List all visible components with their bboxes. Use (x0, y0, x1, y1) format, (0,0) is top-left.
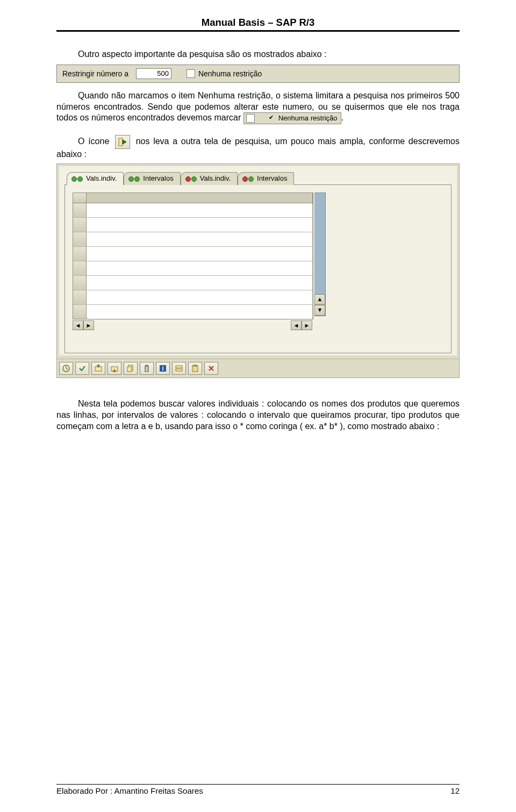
paragraph-explain-2: Nesta tela podemos buscar valores indivi… (56, 398, 460, 432)
grid-row-selector[interactable] (73, 276, 87, 290)
footer-rule (56, 784, 460, 785)
tabstrip: Vals.indiv. Intervalos Vals.indiv. Inter… (67, 172, 452, 185)
tab-vals-indiv-include[interactable]: Vals.indiv. (67, 172, 124, 185)
scroll-up-icon[interactable]: ▲ (314, 294, 325, 305)
svg-rect-10 (176, 369, 182, 371)
svg-rect-0 (119, 138, 123, 146)
no-restriction-checkbox[interactable] (187, 69, 195, 78)
grid-corner-button[interactable] (73, 193, 87, 203)
scroll-down-icon[interactable]: ▼ (314, 305, 325, 316)
clipboard-icon[interactable] (188, 362, 202, 375)
grid-column-header[interactable] (87, 193, 313, 203)
grid-row-selector[interactable] (73, 203, 87, 217)
grid-cell[interactable] (87, 203, 313, 217)
svg-rect-11 (192, 366, 198, 372)
inline-checkbox-checked-icon (246, 114, 255, 123)
grid-row-selector[interactable] (73, 218, 87, 232)
check-icon[interactable] (75, 362, 89, 375)
paragraph-explain-1-period: . (341, 113, 343, 123)
grid-row-selector[interactable] (73, 247, 87, 261)
tab-label: Vals.indiv. (86, 174, 117, 183)
grid-cell[interactable] (87, 218, 313, 232)
grid-cell[interactable] (87, 305, 313, 319)
vertical-scrollbar[interactable]: ▲ ▼ (314, 193, 326, 316)
tab-vals-indiv-exclude[interactable]: Vals.indiv. (181, 172, 238, 185)
grid-row-selector[interactable] (73, 305, 87, 319)
paragraph-intro: Outro aspecto importante da pesquisa são… (56, 49, 460, 60)
paragraph-icon-pre: O ícone (78, 137, 113, 146)
grid-cell[interactable] (87, 261, 313, 275)
tab-page: ◄ ► ◄ ► ▲ ▼ (64, 184, 452, 353)
restrict-label: Restringir número a (62, 69, 128, 79)
grid-row-selector[interactable] (73, 261, 87, 275)
tab-intervalos-include[interactable]: Intervalos (124, 172, 180, 185)
tab-label: Intervalos (257, 174, 287, 183)
no-restriction-label: Nenhuma restrição (198, 69, 262, 79)
doc-header-title: Manual Basis – SAP R/3 (56, 16, 460, 29)
scroll-right-icon-2[interactable]: ► (302, 320, 312, 330)
clock-icon[interactable] (59, 362, 73, 375)
paragraph-explain-1: Quando não marcamos o item Nenhuma restr… (56, 90, 460, 125)
panel-toolbar: i (57, 359, 459, 377)
restrict-number-input[interactable] (136, 68, 171, 79)
grid-cell[interactable] (87, 232, 313, 246)
scroll-left-icon-2[interactable]: ◄ (291, 320, 302, 330)
multiple-selection-icon[interactable] (115, 135, 130, 149)
grid-cell[interactable] (87, 276, 313, 290)
svg-rect-9 (176, 366, 182, 368)
footer-author: Elaborado Por : Amantino Freitas Soares (56, 786, 203, 796)
grid-row-selector[interactable] (73, 232, 87, 246)
svg-rect-12 (194, 365, 197, 366)
info-icon[interactable]: i (156, 362, 170, 375)
grid-cell[interactable] (87, 290, 313, 304)
footer-page-number: 12 (450, 786, 460, 796)
cancel-icon[interactable] (204, 362, 218, 375)
delete-row-icon[interactable] (108, 362, 121, 375)
paragraph-icon-explain: O ícone nos leva a outra tela de pesquis… (56, 135, 460, 160)
insert-row-icon[interactable] (91, 362, 105, 375)
grid-row-selector[interactable] (73, 290, 87, 304)
svg-text:i: i (162, 365, 163, 372)
multiple-selection-panel: Vals.indiv. Intervalos Vals.indiv. Inter… (56, 163, 460, 378)
selection-grid (73, 193, 313, 319)
restrict-strip: Restringir número a Nenhuma restrição (56, 65, 460, 83)
inline-checked-example: Nenhuma restrição (243, 112, 341, 124)
svg-marker-1 (123, 140, 126, 144)
select-options-icon[interactable] (172, 362, 186, 375)
tab-intervalos-exclude[interactable]: Intervalos (238, 172, 294, 185)
tab-label: Vals.indiv. (200, 174, 231, 183)
tab-label: Intervalos (143, 174, 173, 183)
grid-cell[interactable] (87, 247, 313, 261)
trash-icon[interactable] (140, 362, 154, 375)
copy-icon[interactable] (124, 362, 138, 375)
page-footer: Elaborado Por : Amantino Freitas Soares … (56, 784, 460, 796)
scroll-left-icon[interactable]: ◄ (73, 320, 83, 330)
header-rule (56, 30, 460, 32)
svg-rect-6 (127, 367, 132, 372)
scroll-right-icon[interactable]: ► (83, 320, 94, 330)
